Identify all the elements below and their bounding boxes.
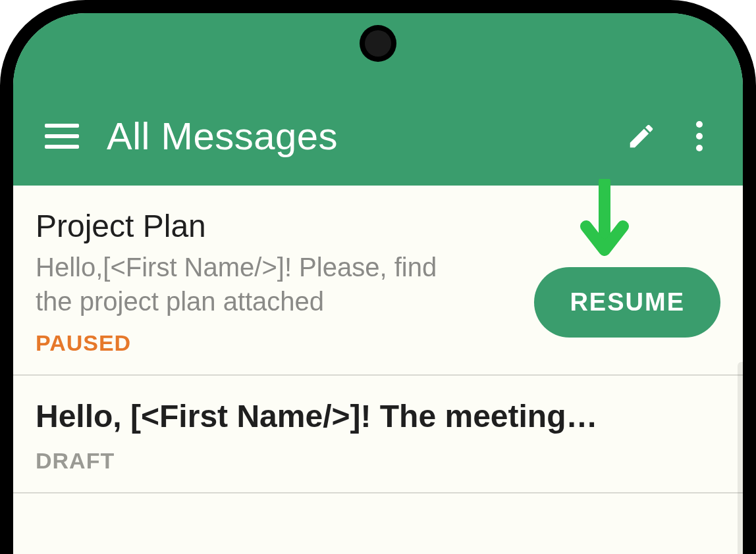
scrollbar[interactable]	[738, 362, 743, 554]
pencil-icon	[626, 121, 657, 151]
message-preview: Hello,[<First Name/>]! Please, find the …	[36, 250, 457, 318]
hamburger-icon[interactable]	[45, 116, 84, 156]
resume-button[interactable]: RESUME	[534, 267, 720, 338]
arrow-down-icon	[578, 179, 631, 264]
message-title: Hello, [<First Name/>]! The meeting…	[36, 397, 720, 436]
list-item[interactable]: Hello, [<First Name/>]! The meeting… DRA…	[13, 376, 743, 493]
page-title: All Messages	[107, 114, 623, 158]
more-vertical-icon	[696, 121, 703, 128]
list-item[interactable]: Project Plan Hello,[<First Name/>]! Plea…	[13, 186, 743, 376]
camera-notch	[360, 25, 396, 62]
edit-button[interactable]	[623, 118, 660, 155]
phone-frame: All Messages	[0, 0, 756, 554]
message-list: Project Plan Hello,[<First Name/>]! Plea…	[13, 186, 743, 554]
status-badge: DRAFT	[36, 448, 720, 474]
more-menu-button[interactable]	[686, 118, 713, 155]
